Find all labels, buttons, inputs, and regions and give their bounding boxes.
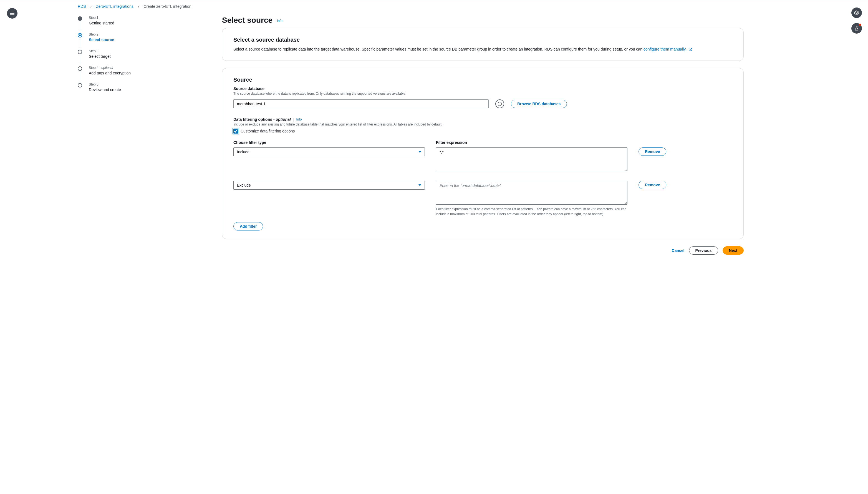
wizard-step-label: Step 5 (89, 82, 216, 87)
breadcrumb-link-zeroetl[interactable]: Zero-ETL integrations (96, 4, 134, 8)
chevron-right-icon: › (138, 4, 139, 8)
wizard-step-3[interactable]: Step 3 Select target (78, 49, 216, 59)
refresh-button[interactable] (495, 99, 504, 108)
recents-button[interactable] (851, 7, 862, 18)
remove-filter-button[interactable]: Remove (638, 181, 666, 189)
wizard-step-name: Review and create (89, 88, 216, 92)
previous-button[interactable]: Previous (689, 246, 718, 255)
intro-description: Select a source database to replicate da… (233, 46, 732, 52)
wizard-step-5[interactable]: Step 5 Review and create (78, 82, 216, 92)
filter-type-select[interactable]: Include (233, 148, 425, 156)
experiments-button[interactable] (851, 23, 862, 34)
filter-expression-input[interactable]: *.* (436, 148, 627, 171)
flask-icon (854, 26, 859, 31)
intro-card: Select a source database Select a source… (222, 28, 744, 61)
wizard-step-label: Step 1 (89, 16, 216, 20)
source-card: Source Source database The source databa… (222, 68, 744, 239)
chevron-down-icon (418, 184, 421, 186)
chevron-right-icon: › (90, 4, 92, 8)
footer-actions: Cancel Previous Next (222, 246, 744, 255)
source-heading: Source (233, 77, 732, 83)
wizard-step-label: Step 2 (89, 33, 216, 36)
browse-databases-button[interactable]: Browse RDS databases (511, 100, 567, 108)
info-link[interactable]: Info (277, 19, 282, 23)
filter-row: Include *.* Remove (233, 148, 732, 171)
filter-row: Exclude Each filter expression must be a… (233, 181, 732, 216)
wizard-step-label: Step 3 (89, 49, 216, 53)
wizard-step-label: Step 4 - optional (89, 66, 216, 70)
cancel-button[interactable]: Cancel (672, 248, 685, 253)
customize-filtering-label: Customize data filtering options (241, 129, 295, 133)
page-title: Select source Info (222, 16, 744, 25)
svg-point-1 (856, 12, 857, 14)
filtering-info-link[interactable]: Info (296, 117, 302, 121)
filtering-help: Include or exclude any existing and futu… (233, 122, 732, 126)
source-db-input[interactable] (233, 99, 489, 108)
notification-dot (859, 24, 861, 26)
breadcrumb-link-rds[interactable]: RDS (78, 4, 86, 8)
clock-icon (854, 10, 859, 15)
filter-type-select[interactable]: Exclude (233, 181, 425, 190)
wizard-step-4[interactable]: Step 4 - optional Add tags and encryptio… (78, 66, 216, 75)
remove-filter-button[interactable]: Remove (638, 148, 666, 156)
configure-manually-link[interactable]: configure them manually. (644, 47, 687, 51)
external-link-icon (689, 48, 692, 51)
source-db-help: The source database where the data is re… (233, 92, 732, 96)
wizard-step-name: Add tags and encryption (89, 71, 216, 75)
customize-filtering-checkbox[interactable] (233, 129, 238, 134)
wizard-nav: Step 1 Getting started Step 2 Select sou… (78, 16, 222, 255)
filtering-title: Data filtering options - optional (233, 117, 291, 121)
filter-type-heading: Choose filter type (233, 140, 425, 145)
filter-expression-help: Each filter expression must be a comma-s… (436, 207, 627, 216)
refresh-icon (497, 101, 502, 106)
svg-marker-0 (855, 11, 859, 15)
filter-expression-input[interactable] (436, 181, 627, 205)
add-filter-button[interactable]: Add filter (233, 222, 263, 230)
wizard-step-name: Select source (89, 37, 216, 42)
wizard-step-1[interactable]: Step 1 Getting started (78, 16, 216, 25)
next-button[interactable]: Next (723, 246, 744, 255)
hamburger-icon (10, 12, 15, 15)
wizard-step-name: Getting started (89, 21, 216, 25)
breadcrumb: RDS › Zero-ETL integrations › Create zer… (0, 0, 868, 8)
chevron-down-icon (418, 151, 421, 153)
intro-heading: Select a source database (233, 37, 732, 43)
filter-expr-heading: Filter expression (436, 140, 627, 145)
wizard-step-name: Select target (89, 54, 216, 59)
hamburger-menu-button[interactable] (7, 8, 18, 19)
source-db-label: Source database (233, 87, 732, 91)
wizard-step-2[interactable]: Step 2 Select source (78, 33, 216, 42)
breadcrumb-current: Create zero-ETL integration (143, 4, 191, 8)
